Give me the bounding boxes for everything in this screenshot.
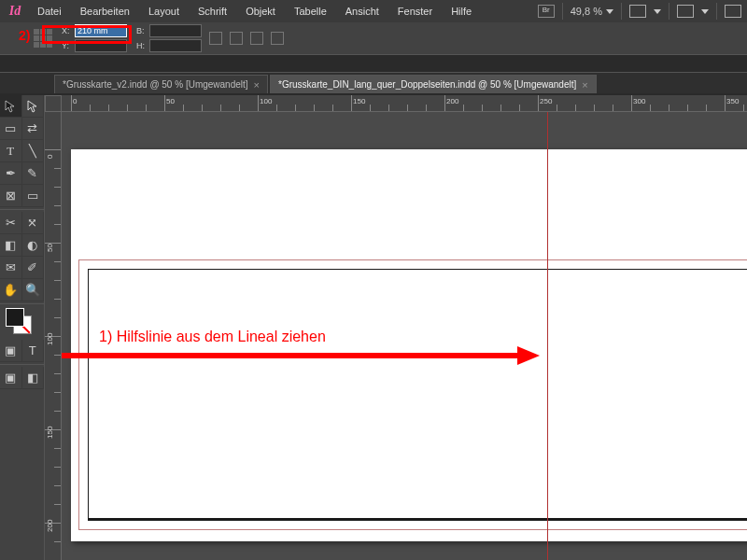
menu-edit[interactable]: Bearbeiten	[71, 2, 139, 21]
menu-help[interactable]: Hilfe	[442, 2, 481, 21]
menu-table[interactable]: Tabelle	[285, 2, 336, 21]
preview-mode[interactable]: ◧	[22, 367, 45, 389]
chevron-down-icon	[654, 9, 661, 14]
pen-tool[interactable]: ✒	[0, 162, 22, 185]
scissors-tool[interactable]: ✂	[0, 212, 22, 234]
bottom-frame-edge	[88, 518, 747, 521]
wh-fields: B: H:	[136, 24, 202, 52]
note-tool[interactable]: ✉	[0, 257, 22, 279]
close-icon[interactable]: ×	[582, 79, 587, 91]
separator	[621, 3, 622, 20]
page-tool[interactable]: ▭	[0, 118, 22, 140]
rectangle-tool[interactable]: ▭	[22, 185, 45, 207]
pencil-tool[interactable]: ✎	[22, 162, 45, 185]
annotation-arrow	[62, 353, 519, 358]
bridge-icon[interactable]: Br	[538, 5, 555, 18]
menu-layout[interactable]: Layout	[139, 2, 189, 21]
apply-color[interactable]: ▣	[0, 340, 22, 362]
xy-fields: X: Y:	[62, 24, 127, 52]
separator	[562, 3, 563, 20]
selection-tool[interactable]	[0, 95, 22, 118]
horizontal-ruler[interactable]: 050100150200250300350	[62, 95, 747, 112]
fill-stroke-swatch[interactable]	[6, 308, 32, 334]
canvas[interactable]: 1) Hilfslinie aus dem Lineal ziehen	[62, 112, 747, 560]
menu-window[interactable]: Fenster	[388, 2, 442, 21]
annotation-step-1: 1) Hilfslinie aus dem Lineal ziehen	[99, 329, 326, 345]
align-icon[interactable]	[230, 32, 243, 45]
h-input[interactable]	[149, 39, 202, 52]
zoom-level[interactable]: 49,8 %	[571, 6, 613, 17]
line-tool[interactable]: ╲	[22, 140, 45, 162]
gap-tool[interactable]: ⇄	[22, 118, 45, 140]
arrange-icon[interactable]	[677, 5, 694, 18]
direct-selection-tool[interactable]	[22, 95, 45, 118]
menu-view[interactable]: Ansicht	[336, 2, 388, 21]
app-logo: Id	[2, 0, 28, 22]
free-transform-tool[interactable]: ⤧	[22, 212, 45, 234]
gradient-feather-tool[interactable]: ◐	[22, 234, 45, 257]
normal-view-mode[interactable]: ▣	[0, 367, 22, 389]
close-icon[interactable]: ×	[254, 79, 260, 91]
document-tab[interactable]: *Grusskarte_v2.indd @ 50 % [Umgewandelt]…	[54, 75, 268, 93]
y-label: Y:	[62, 41, 73, 50]
hand-tool[interactable]: ✋	[0, 279, 22, 301]
menu-object[interactable]: Objekt	[236, 2, 285, 21]
menu-file[interactable]: Datei	[28, 2, 71, 21]
w-label: B:	[136, 26, 148, 35]
w-input[interactable]	[149, 24, 202, 37]
eyedropper-tool[interactable]: ✐	[22, 257, 45, 279]
annotation-step-2: 2)	[19, 28, 30, 43]
more-icon[interactable]	[271, 32, 284, 45]
chevron-down-icon	[606, 9, 613, 14]
vertical-guide[interactable]	[547, 112, 548, 560]
work-area: 050100150200250300350 050100150200 1) Hi…	[45, 95, 747, 560]
chevron-down-icon	[701, 9, 709, 14]
y-input[interactable]	[75, 39, 127, 52]
distribute-icon[interactable]	[250, 32, 263, 45]
formatting-text[interactable]: T	[22, 340, 45, 362]
panel-strip	[0, 54, 747, 73]
zoom-tool[interactable]: 🔍	[22, 279, 45, 301]
ruler-origin[interactable]	[45, 95, 62, 112]
document-tab[interactable]: *Grusskarte_DIN_lang_quer_Doppelseiten.i…	[270, 75, 597, 93]
rectangle-frame-tool[interactable]: ⊠	[0, 185, 22, 207]
tab-label: *Grusskarte_DIN_lang_quer_Doppelseiten.i…	[278, 79, 576, 90]
annotation-arrowhead	[517, 346, 540, 365]
control-bar: 2) X: Y: B: H:	[0, 22, 747, 54]
screen-mode-icon[interactable]	[629, 5, 646, 18]
tool-panel: ▭ ⇄ T ╲ ✒ ✎ ⊠ ▭ ✂ ⤧ ◧ ◐ ✉ ✐ ✋ 🔍 ▣ T ▣	[0, 95, 45, 560]
type-tool[interactable]: T	[0, 140, 22, 162]
separator	[669, 3, 669, 20]
tab-label: *Grusskarte_v2.indd @ 50 % [Umgewandelt]	[63, 79, 248, 90]
separator	[716, 3, 717, 20]
view-options-icon[interactable]	[725, 5, 741, 18]
x-input[interactable]	[75, 24, 127, 37]
menu-bar: Id Datei Bearbeiten Layout Schrift Objek…	[0, 0, 747, 22]
document-tab-bar: *Grusskarte_v2.indd @ 50 % [Umgewandelt]…	[0, 73, 747, 93]
gradient-swatch-tool[interactable]: ◧	[0, 234, 22, 257]
x-label: X:	[62, 26, 73, 35]
zoom-value: 49,8 %	[571, 6, 602, 17]
page-frame	[88, 269, 747, 521]
menu-type[interactable]: Schrift	[189, 2, 236, 21]
vertical-ruler[interactable]: 050100150200	[45, 112, 62, 560]
h-label: H:	[136, 41, 148, 50]
constrain-icon[interactable]	[209, 32, 222, 45]
reference-point-grid[interactable]	[34, 29, 52, 48]
